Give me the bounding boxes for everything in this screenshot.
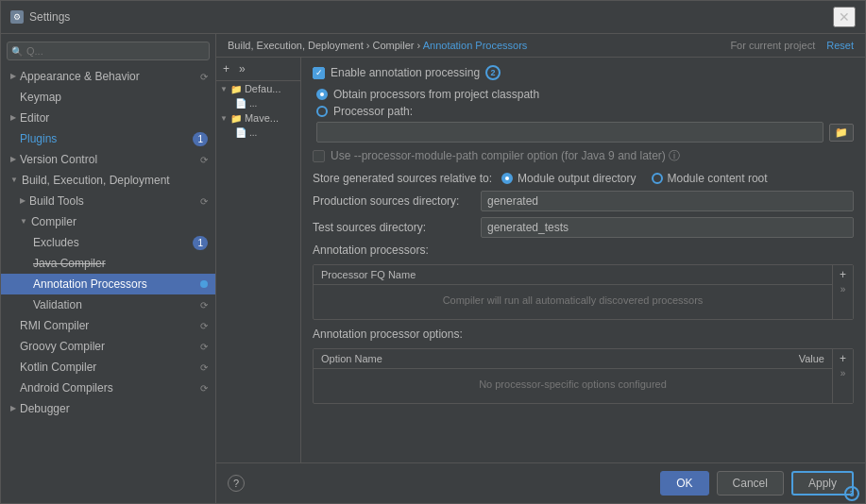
sidebar-item-plugins[interactable]: Plugins 1 xyxy=(1,128,215,149)
search-icon: 🔍 xyxy=(11,46,23,57)
more-option-button[interactable]: » xyxy=(839,368,848,378)
sidebar-item-validation[interactable]: Validation ⟳ xyxy=(1,294,215,315)
annotation-processor-options-table: Option Name Value No processor-specific … xyxy=(313,348,854,404)
sidebar-item-appearance[interactable]: ▶ Appearance & Behavior ⟳ xyxy=(1,66,215,87)
test-sources-input[interactable] xyxy=(481,217,854,238)
options-header: Option Name Value xyxy=(314,349,832,369)
breadcrumb-part-2: Compiler xyxy=(372,40,414,51)
processor-path-radio[interactable] xyxy=(316,106,328,117)
sidebar-item-keymap[interactable]: Keymap xyxy=(1,87,215,108)
sidebar-item-rmi-compiler[interactable]: RMI Compiler ⟳ xyxy=(1,315,215,336)
add-processor-button[interactable]: + xyxy=(837,267,849,282)
expand-arrow-maven: ▼ xyxy=(220,114,228,123)
help-button[interactable]: ? xyxy=(228,475,245,492)
breadcrumb-part-3: Annotation Processors xyxy=(423,40,528,51)
processor-path-row: Processor path: xyxy=(313,105,854,118)
breadcrumb-bar: Build, Execution, Deployment › Compiler … xyxy=(216,34,865,58)
sync-icon-build-tools: ⟳ xyxy=(200,194,208,209)
active-dot xyxy=(200,280,208,288)
search-box: 🔍 xyxy=(7,42,210,60)
profile-item-maven[interactable]: ▼ 📁 Mave... xyxy=(216,110,300,126)
annotation-processors-toolbar: + » xyxy=(832,265,853,319)
sidebar-item-java-compiler[interactable]: Java Compiler xyxy=(1,253,215,274)
sidebar-item-kotlin-compiler[interactable]: Kotlin Compiler ⟳ xyxy=(1,357,215,378)
options-body: No processor-specific options configured xyxy=(314,369,832,403)
profile-label-default-inner: ... xyxy=(249,98,257,109)
module-content-option: Module content root xyxy=(652,172,768,185)
sidebar-item-label-rmi-compiler: RMI Compiler xyxy=(20,317,89,334)
close-button[interactable]: ✕ xyxy=(833,7,856,27)
sidebar-item-annotation-processors[interactable]: Annotation Processors xyxy=(1,274,215,294)
module-output-option: Module output directory xyxy=(501,172,636,185)
sidebar-item-android-compilers[interactable]: Android Compilers ⟳ xyxy=(1,378,215,398)
browse-folder-button[interactable]: 📁 xyxy=(829,124,854,142)
sidebar-item-editor[interactable]: ▶ Editor xyxy=(1,108,215,128)
reset-link[interactable]: Reset xyxy=(826,40,854,51)
annotation-processors-body: Compiler will run all automatically disc… xyxy=(314,285,832,319)
profile-item-default[interactable]: ▼ 📁 Defau... xyxy=(216,81,300,96)
enable-annotation-checkbox[interactable]: ✓ xyxy=(313,67,325,79)
profile-item-maven-inner[interactable]: 📄 ... xyxy=(231,126,300,140)
processor-path-label: Processor path: xyxy=(333,105,413,118)
search-input[interactable] xyxy=(7,42,210,60)
module-output-radio[interactable] xyxy=(501,173,513,184)
more-actions-button[interactable]: » xyxy=(236,61,248,76)
breadcrumb-part-1: Build, Execution, Deployment xyxy=(228,40,364,51)
more-processor-button[interactable]: » xyxy=(839,284,848,294)
profile-label-maven: Mave... xyxy=(245,112,279,124)
options-toolbar: + » xyxy=(832,349,853,403)
sidebar-item-label-annotation-processors: Annotation Processors xyxy=(33,276,147,293)
sidebar-item-label-keymap: Keymap xyxy=(20,89,61,106)
settings-panel: ✓ Enable annotation processing 2 Obtain … xyxy=(301,58,865,462)
add-option-button[interactable]: + xyxy=(837,351,849,366)
production-sources-label: Production sources directory: xyxy=(313,194,473,208)
obtain-processors-row: Obtain processors from project classpath xyxy=(313,88,854,101)
title-bar-left: ⚙ Settings xyxy=(10,10,70,24)
sidebar-item-label-build-tools: Build Tools xyxy=(29,193,84,210)
annotation-processor-options-section: Annotation processor options: Option Nam… xyxy=(313,328,854,404)
breadcrumb: Build, Execution, Deployment › Compiler … xyxy=(228,40,527,51)
sidebar-item-debugger[interactable]: ▶ Debugger xyxy=(1,398,215,419)
option-value-col: Value xyxy=(799,353,824,364)
processor-path-input[interactable] xyxy=(316,122,824,143)
profile-label-default: Defau... xyxy=(245,83,281,94)
sidebar: 🔍 ▶ Appearance & Behavior ⟳ Keymap xyxy=(1,34,216,503)
dialog-title: Settings xyxy=(29,10,70,24)
title-bar: ⚙ Settings ✕ xyxy=(1,1,865,34)
sidebar-item-label-validation: Validation xyxy=(33,296,82,313)
sidebar-item-version-control[interactable]: ▶ Version Control ⟳ xyxy=(1,149,215,170)
folder-icon-maven: 📁 xyxy=(230,113,242,124)
annotation-processors-table-label: Annotation processors: xyxy=(313,244,854,257)
production-sources-input[interactable] xyxy=(481,191,854,211)
apply-button[interactable]: Apply 3 xyxy=(791,471,854,496)
sidebar-item-excludes[interactable]: Excludes 1 xyxy=(1,232,215,253)
profile-item-default-inner[interactable]: 📄 ... xyxy=(231,96,300,110)
sidebar-item-build-tools[interactable]: ▶ Build Tools ⟳ xyxy=(1,191,215,211)
sidebar-item-build-execution[interactable]: ▼ Build, Execution, Deployment xyxy=(1,170,215,191)
production-sources-row: Production sources directory: xyxy=(313,191,854,211)
sync-icon-appearance: ⟳ xyxy=(200,70,208,84)
annotation-processors-section: Annotation processors: Processor FQ Name… xyxy=(313,244,854,320)
sidebar-item-groovy-compiler[interactable]: Groovy Compiler ⟳ xyxy=(1,336,215,357)
module-content-label: Module content root xyxy=(668,172,768,185)
ok-button[interactable]: OK xyxy=(660,471,708,496)
sidebar-item-label-groovy-compiler: Groovy Compiler xyxy=(20,338,105,355)
add-profile-button[interactable]: + xyxy=(220,61,232,76)
module-content-radio[interactable] xyxy=(652,173,663,184)
expand-arrow-editor: ▶ xyxy=(10,112,16,124)
settings-dialog: ⚙ Settings ✕ 🔍 ▶ Appearance & Behavior ⟳ xyxy=(0,0,866,504)
sidebar-item-label-appearance: Appearance & Behavior xyxy=(20,68,140,85)
file-icon-maven: 📄 xyxy=(235,127,246,138)
obtain-processors-label: Obtain processors from project classpath xyxy=(333,88,539,101)
cancel-button[interactable]: Cancel xyxy=(717,471,784,496)
sync-icon-groovy: ⟳ xyxy=(200,340,208,354)
store-sources-label: Store generated sources relative to: xyxy=(313,172,492,185)
sidebar-item-label-build: Build, Execution, Deployment xyxy=(22,172,170,189)
sidebar-item-compiler[interactable]: ▼ Compiler xyxy=(1,211,215,232)
obtain-processors-radio[interactable] xyxy=(316,89,328,100)
plugins-badge: 1 xyxy=(193,132,208,146)
use-processor-module-checkbox[interactable] xyxy=(313,150,325,162)
sync-icon-vc: ⟳ xyxy=(200,153,208,167)
enable-annotation-label: Enable annotation processing xyxy=(331,66,480,79)
use-processor-module-label: Use --processor-module-path compiler opt… xyxy=(331,148,680,164)
